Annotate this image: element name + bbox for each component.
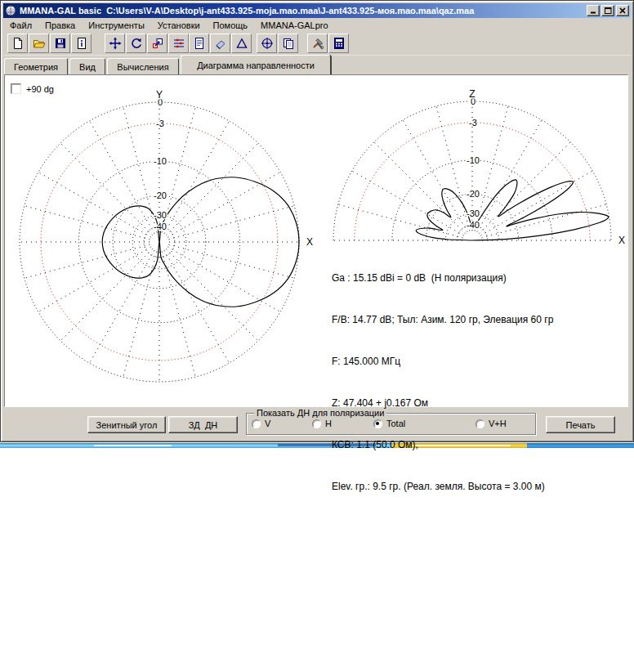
radio-h[interactable]: H [312, 419, 332, 428]
svg-text:-40: -40 [154, 222, 167, 231]
app-icon [5, 5, 16, 16]
tab-pattern-label: Диаграмма направленности [197, 60, 315, 70]
scale-button[interactable] [147, 34, 167, 53]
taskbar-smudge-1 [94, 445, 172, 446]
tools-button[interactable] [307, 34, 328, 53]
file-info-icon [75, 37, 88, 50]
move-icon [109, 37, 122, 50]
result-line-fb: F/B: 14.77 dB; Тыл: Азим. 120 гр, Элевац… [332, 313, 553, 327]
radio-v[interactable]: V [252, 419, 270, 428]
pattern-3d-button[interactable]: ЗД ДН [168, 416, 238, 433]
wire-edit-button[interactable] [168, 34, 189, 53]
menu-item-file[interactable]: Файл [3, 19, 38, 32]
open-file-button[interactable] [29, 34, 49, 53]
move-button[interactable] [105, 34, 125, 53]
menu-item-help[interactable]: Помощь [207, 19, 255, 32]
file-info-button[interactable] [71, 34, 92, 53]
toolbar-group-view [189, 34, 252, 53]
svg-text:-20: -20 [154, 190, 167, 200]
text-view-icon [193, 37, 206, 50]
toolbar-group-edit [105, 34, 190, 53]
menu-item-mmana-galpro[interactable]: MMANA-GALpro [254, 19, 335, 32]
results-text: Ga : 15.15 dBi = 0 dB (Н поляризация) F/… [332, 244, 553, 522]
result-line-impedance: Z: 47.404 + j0.167 Ом [332, 396, 553, 410]
plus90-checkbox[interactable] [11, 83, 21, 94]
menubar: Файл Правка Инструменты Установки Помощь… [3, 18, 631, 33]
zenith-angle-button[interactable]: Зенитный угол [87, 416, 166, 433]
maximize-icon [605, 7, 612, 14]
minimize-icon [590, 7, 596, 14]
tab-geometry[interactable]: Геометрия [4, 58, 68, 74]
titlebar: MMANA-GAL basic C:\Users\V-A\Desktop\j-a… [3, 3, 631, 18]
minimize-button[interactable] [587, 5, 600, 16]
new-file-icon [11, 37, 25, 50]
triangle-button[interactable] [231, 34, 252, 53]
toolbar-group-tools [307, 34, 350, 53]
maximize-button[interactable] [601, 5, 614, 16]
radio-h-label: H [325, 419, 332, 428]
tab-calculations-label: Вычисления [117, 62, 168, 72]
radio-v-label: V [265, 419, 270, 428]
menu-item-edit[interactable]: Правка [38, 19, 82, 32]
result-line-swr: КСВ: 1.1 (50.0 Ом), [332, 438, 553, 452]
tab-view-label: Вид [79, 62, 96, 72]
result-line-gain: Ga : 15.15 dBi = 0 dB (Н поляризация) [332, 271, 553, 285]
menu-item-tools[interactable]: Инструменты [82, 19, 151, 32]
new-file-button[interactable] [7, 34, 28, 53]
menu-item-setup[interactable]: Установки [151, 19, 207, 32]
svg-text:X: X [306, 236, 313, 248]
copy-button[interactable] [278, 34, 298, 53]
eraser-button[interactable] [210, 34, 230, 53]
tab-calculations[interactable]: Вычисления [107, 58, 179, 74]
wire-edit-icon [172, 37, 185, 50]
radio-v-circle [252, 419, 261, 428]
center-button[interactable] [257, 34, 277, 53]
save-icon [54, 37, 67, 50]
rotate-icon [130, 37, 143, 50]
print-button[interactable]: Печать [546, 416, 615, 433]
pattern-plot-area: 0-3-10-20-30-40XY 0-3-10-20-30-40XZ +90 … [4, 74, 628, 407]
mmana-gal-window: MMANA-GAL basic C:\Users\V-A\Desktop\j-a… [0, 0, 634, 442]
eraser-icon [214, 37, 227, 50]
screen: MMANA-GAL basic C:\Users\V-A\Desktop\j-a… [0, 0, 634, 672]
svg-text:Y: Y [156, 89, 163, 101]
save-button[interactable] [50, 34, 70, 53]
tab-view[interactable]: Вид [69, 58, 105, 74]
toolbar [3, 33, 631, 56]
result-line-freq: F: 145.000 МГц [332, 355, 553, 369]
calculator-icon [333, 37, 346, 50]
plus90-checkbox-label: +90 dg [26, 84, 54, 94]
result-line-elevation: Elev. гр.: 9.5 гр. (Реал. земля. Высота … [332, 480, 553, 494]
center-icon [261, 37, 274, 50]
close-icon [619, 7, 626, 14]
open-file-icon [33, 37, 46, 50]
text-view-button[interactable] [189, 34, 209, 53]
tab-pattern[interactable]: Диаграмма направленности [181, 55, 331, 74]
toolbar-group-file [7, 34, 92, 53]
window-controls [587, 5, 629, 16]
rotate-button[interactable] [126, 34, 146, 53]
tabbar: Геометрия Вид Вычисления Диаграмма напра… [3, 55, 631, 74]
tab-geometry-label: Геометрия [14, 62, 58, 72]
svg-text:-30: -30 [154, 210, 167, 220]
window-title: MMANA-GAL basic C:\Users\V-A\Desktop\j-a… [20, 6, 587, 16]
svg-text:-3: -3 [156, 119, 164, 128]
plus90-checkbox-row: +90 dg [11, 83, 54, 94]
toolbar-group-position [257, 34, 299, 53]
copy-icon [282, 37, 295, 50]
calculator-button[interactable] [328, 34, 349, 53]
scale-icon [151, 37, 164, 50]
close-button[interactable] [616, 5, 629, 16]
tools-icon [311, 37, 324, 50]
radio-h-circle [312, 419, 321, 428]
svg-text:-10: -10 [154, 156, 167, 166]
triangle-icon [235, 37, 248, 50]
